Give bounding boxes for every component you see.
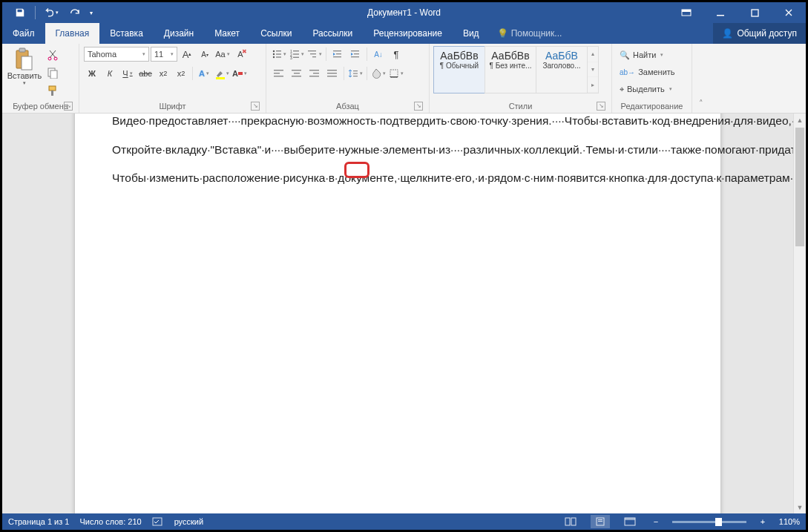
svg-rect-28 [310,53,316,54]
svg-rect-48 [353,70,358,71]
bullets-icon[interactable]: ▾ [271,47,287,62]
align-right-icon[interactable] [306,66,323,81]
highlight-annotation [344,162,369,178]
close-icon[interactable] [772,2,806,23]
tab-layout[interactable]: Макет [204,23,250,44]
align-left-icon[interactable] [271,66,287,81]
line-spacing-icon[interactable]: ▾ [347,66,364,81]
tab-design[interactable]: Дизайн [154,23,204,44]
ribbon: Вставить▾ Буфер обмена↘ Tahoma▾ 11▾ A▴ A… [2,44,806,114]
tab-insert[interactable]: Вставка [99,23,154,44]
shading-icon[interactable]: ▾ [370,66,387,81]
tab-view[interactable]: Вид [453,23,490,44]
scroll-up-icon[interactable]: ▲ [794,114,806,126]
clear-formatting-icon[interactable]: A✖ [232,47,249,62]
group-label-clipboard: Буфер обмена [13,102,68,111]
font-name-combo[interactable]: Tahoma▾ [84,47,149,62]
styles-launcher[interactable]: ↘ [597,102,605,111]
paragraph-launcher[interactable]: ↘ [414,102,423,111]
svg-rect-14 [238,72,243,75]
tab-file[interactable]: Файл [2,23,45,44]
select-button[interactable]: ⌖Выделить▾ [617,82,678,96]
justify-icon[interactable] [324,66,341,81]
svg-rect-37 [274,73,280,73]
highlight-icon[interactable]: ▾ [214,66,230,81]
replace-button[interactable]: ab→Заменить [617,65,678,79]
ribbon-display-icon[interactable] [669,2,703,23]
paragraph-3[interactable]: Чтобы·изменить·расположение·рисунка·в·до… [112,171,670,186]
print-layout-icon[interactable] [591,515,610,528]
style-heading1[interactable]: АаБбВЗаголово... [536,46,588,93]
format-painter-icon[interactable] [45,83,60,98]
svg-rect-55 [571,518,576,525]
font-size-combo[interactable]: 11▾ [151,47,177,62]
underline-button[interactable]: Ч▾ [119,66,136,81]
tab-mailings[interactable]: Рассылки [302,23,363,44]
vertical-scrollbar[interactable]: ▲ ▼ [793,114,806,513]
superscript-icon[interactable]: x2 [173,66,189,81]
web-layout-icon[interactable] [620,515,640,528]
paragraph-2[interactable]: Откройте·вкладку·"Вставка"·и····выберите… [112,142,670,158]
zoom-level[interactable]: 110% [779,517,800,526]
minimize-icon[interactable] [703,2,738,23]
svg-rect-6 [22,56,32,70]
svg-point-17 [273,53,275,55]
font-launcher[interactable]: ↘ [251,102,260,111]
tell-me-search[interactable]: 💡Помощник... [490,23,570,44]
scroll-thumb[interactable] [795,128,804,246]
tab-review[interactable]: Рецензирование [363,23,453,44]
multilevel-list-icon[interactable]: ▾ [306,47,323,62]
share-button[interactable]: 👤Общий доступ [713,23,806,44]
svg-rect-38 [274,76,283,76]
borders-icon[interactable]: ▾ [388,66,404,81]
styles-scroll[interactable]: ▴▾▸ [587,46,599,93]
svg-rect-24 [293,53,299,54]
qat-customize-icon[interactable]: ▾ [86,2,96,23]
maximize-icon[interactable] [738,2,772,23]
redo-icon[interactable] [62,2,86,23]
text-effects-icon[interactable]: A▾ [196,66,212,81]
sort-icon[interactable]: A↓ [370,47,387,62]
document-area: Видео·предоставляет····прекрасную·возмож… [2,114,806,513]
copy-icon[interactable] [45,65,60,80]
tab-home[interactable]: Главная [45,23,100,44]
style-no-spacing[interactable]: АаБбВв¶ Без инте... [485,46,536,93]
tab-references[interactable]: Ссылки [250,23,302,44]
search-icon: 🔍 [620,50,630,60]
status-word-count[interactable]: Число слов: 210 [79,517,141,526]
svg-rect-43 [313,73,319,73]
find-button[interactable]: 🔍Найти▾ [617,47,678,62]
change-case-icon[interactable]: Aa▾ [214,47,231,62]
show-marks-icon[interactable]: ¶ [388,47,404,62]
svg-point-19 [273,56,275,58]
paragraph-1[interactable]: Видео·предоставляет····прекрасную·возмож… [112,114,670,129]
font-color-icon[interactable]: A▾ [231,66,248,81]
numbering-icon[interactable]: 123▾ [289,47,305,62]
document-page[interactable]: Видео·предоставляет····прекрасную·возмож… [75,114,720,513]
bold-button[interactable]: Ж [84,66,100,81]
strikethrough-icon[interactable]: abc [137,66,154,81]
align-center-icon[interactable] [289,66,305,81]
read-mode-icon[interactable] [561,515,580,528]
clipboard-launcher[interactable]: ↘ [64,102,73,111]
scroll-down-icon[interactable]: ▼ [794,501,806,513]
increase-indent-icon[interactable] [347,47,364,62]
paste-button[interactable]: Вставить▾ [7,45,42,86]
status-page[interactable]: Страница 1 из 1 [8,517,69,526]
save-icon[interactable] [8,2,32,23]
zoom-slider[interactable] [672,521,746,523]
italic-button[interactable]: К [102,66,118,81]
cut-icon[interactable] [45,47,60,62]
spellcheck-icon[interactable] [152,516,164,527]
undo-icon[interactable]: ▾ [39,2,62,23]
group-clipboard: Вставить▾ Буфер обмена↘ [2,44,79,113]
grow-font-icon[interactable]: A▴ [179,47,195,62]
shrink-font-icon[interactable]: A▾ [197,47,213,62]
collapse-ribbon-icon[interactable]: ˄ [692,44,710,113]
subscript-icon[interactable]: x2 [155,66,171,81]
zoom-out-icon[interactable]: − [650,517,662,526]
status-language[interactable]: русский [174,517,203,526]
zoom-in-icon[interactable]: + [757,517,769,526]
style-normal[interactable]: АаБбВв¶ Обычный [433,46,485,93]
decrease-indent-icon[interactable] [329,47,346,62]
